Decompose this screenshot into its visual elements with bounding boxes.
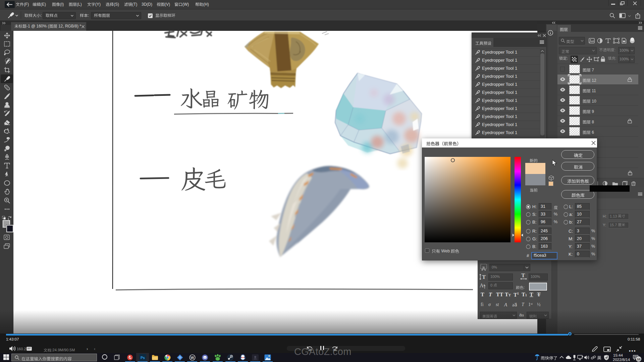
svg-text:T: T <box>521 273 525 279</box>
svg-text:W: W <box>191 356 194 360</box>
svg-text:T: T <box>482 274 486 280</box>
